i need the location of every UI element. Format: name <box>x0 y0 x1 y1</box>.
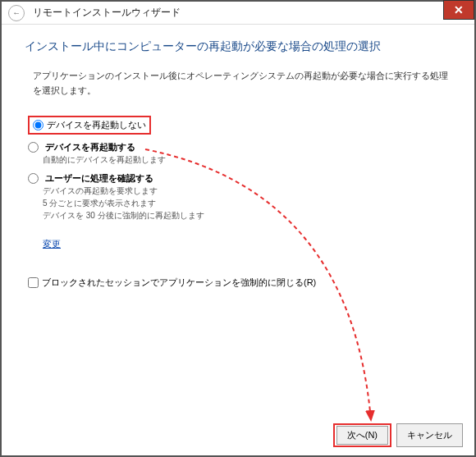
back-arrow-icon: ← <box>12 8 21 17</box>
content-area: インストール中にコンピューターの再起動が必要な場合の処理の選択 アプリケーション… <box>2 25 474 297</box>
window-title: リモートインストールウィザード <box>33 6 181 20</box>
highlight-option-1: デバイスを再起動しない <box>28 116 151 135</box>
page-heading: インストール中にコンピューターの再起動が必要な場合の処理の選択 <box>25 39 451 54</box>
wizard-window: ← リモートインストールウィザード ✕ インストール中にコンピューターの再起動が… <box>0 0 476 457</box>
option-no-restart: デバイスを再起動しない <box>28 116 451 135</box>
force-close-row: ブロックされたセッションでアプリケーションを強制的に閉じる(R) <box>25 276 451 289</box>
restart-options: デバイスを再起動しない デバイスを再起動する 自動的にデバイスを再起動します ユ… <box>25 116 451 250</box>
change-link[interactable]: 変更 <box>43 238 61 250</box>
sub-restart: 自動的にデバイスを再起動します <box>28 153 451 166</box>
label-no-restart: デバイスを再起動しない <box>47 119 146 131</box>
footer-buttons: 次へ(N) キャンセル <box>333 423 463 447</box>
back-button[interactable]: ← <box>8 5 25 21</box>
close-icon: ✕ <box>454 3 464 16</box>
option-restart: デバイスを再起動する 自動的にデバイスを再起動します <box>28 141 451 166</box>
label-restart: デバイスを再起動する <box>45 141 135 153</box>
titlebar: ← リモートインストールウィザード ✕ <box>2 2 474 25</box>
sub-prompt-3: デバイスを 30 分後に強制的に再起動します <box>28 209 451 222</box>
next-button[interactable]: 次へ(N) <box>336 426 388 445</box>
radio-no-restart[interactable] <box>33 120 43 130</box>
cancel-button[interactable]: キャンセル <box>396 423 463 447</box>
radio-restart[interactable] <box>28 142 39 153</box>
option-prompt-user: ユーザーに処理を確認する デバイスの再起動を要求します 5 分ごとに要求が表示さ… <box>28 172 451 222</box>
radio-prompt[interactable] <box>28 173 39 184</box>
page-description: アプリケーションのインストール後にオペレーティングシステムの再起動が必要な場合に… <box>25 69 451 98</box>
highlight-next: 次へ(N) <box>333 423 391 447</box>
force-close-checkbox[interactable] <box>28 277 39 288</box>
close-button[interactable]: ✕ <box>443 0 474 20</box>
force-close-label: ブロックされたセッションでアプリケーションを強制的に閉じる(R) <box>42 276 316 289</box>
sub-prompt-1: デバイスの再起動を要求します <box>28 185 451 197</box>
label-prompt: ユーザーに処理を確認する <box>45 172 153 185</box>
sub-prompt-2: 5 分ごとに要求が表示されます <box>28 197 451 209</box>
